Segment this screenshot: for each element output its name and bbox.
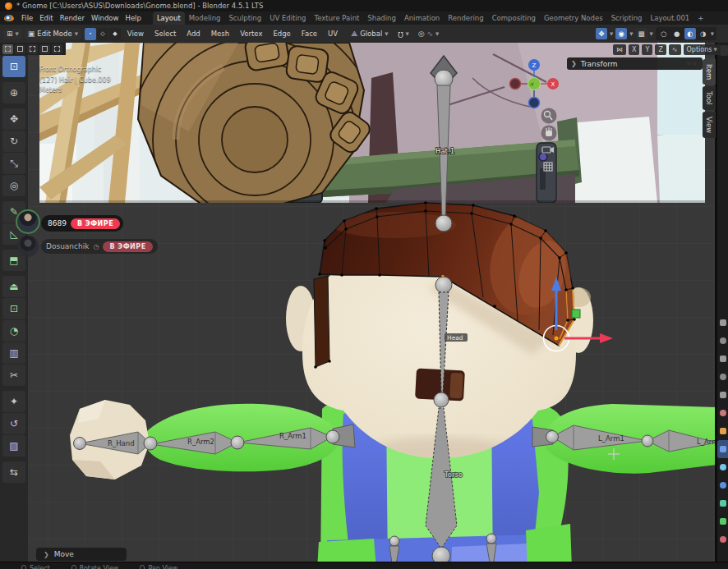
falloff-icon[interactable]: ∿ <box>669 44 681 55</box>
prop-tab-data[interactable] <box>717 512 728 530</box>
menu-window[interactable]: Window <box>88 14 122 22</box>
gizmo-toggle[interactable]: ✥ <box>596 28 607 39</box>
orientation-label: Global <box>360 30 382 38</box>
select-mode-extend-icon[interactable] <box>15 44 25 54</box>
prop-tab-constraints[interactable] <box>717 494 728 512</box>
prop-tab-particles[interactable] <box>717 458 728 476</box>
rotate-tool[interactable]: ↻ <box>2 131 25 152</box>
workspace-tab-compositing[interactable]: Compositing <box>488 11 540 25</box>
transform-tool[interactable]: ◎ <box>2 175 25 196</box>
menu-add[interactable]: Add <box>182 30 204 38</box>
menu-view[interactable]: View <box>123 30 148 38</box>
overlays-toggle[interactable]: ◉ <box>615 28 627 39</box>
prop-tab-render[interactable] <box>717 332 728 350</box>
extrude-tool[interactable]: ⏏ <box>2 276 25 297</box>
prop-tab-viewlayer[interactable] <box>717 368 728 386</box>
blender-menu-icon[interactable] <box>4 15 14 21</box>
menu-select[interactable]: Select <box>150 30 180 38</box>
prop-tab-world[interactable] <box>717 404 728 422</box>
workspace-tab-layout[interactable]: Layout <box>153 11 185 25</box>
svg-text:Z: Z <box>532 62 537 69</box>
operator-panel[interactable]: ❯ Move <box>36 548 127 561</box>
prop-tab-output[interactable] <box>717 350 728 368</box>
proportional-edit-button[interactable]: ◎∿▼ <box>415 29 443 39</box>
smooth-tool[interactable]: ▨ <box>2 435 25 457</box>
select-mode-subtract-icon[interactable] <box>27 44 38 54</box>
tool-settings-row <box>0 43 66 55</box>
prop-tab-physics[interactable] <box>717 476 728 494</box>
workspace-tab-modeling[interactable]: Modeling <box>185 11 225 25</box>
inset-faces-tool[interactable]: ⊡ <box>2 298 25 319</box>
move-tool[interactable]: ✥ <box>2 108 25 130</box>
cursor-tool[interactable]: ⊕ <box>2 82 25 103</box>
sidebar-tab-view[interactable]: View <box>703 112 716 138</box>
select-box-tool[interactable]: ⊡ <box>2 56 25 77</box>
workspace-tab-sculpting[interactable]: Sculpting <box>224 11 265 25</box>
window-title: * Gnome [C:\Users\ASUS\Downloads\Gnome.b… <box>16 2 263 10</box>
axis-x-toggle[interactable]: X <box>629 44 639 55</box>
xray-toggle[interactable]: ▩ <box>636 28 647 39</box>
sidebar-tab-tool[interactable]: Tool <box>703 86 716 110</box>
spin-tool[interactable]: ↺ <box>2 413 25 434</box>
menu-file[interactable]: File <box>18 14 36 22</box>
workspace-tab-scripting[interactable]: Scripting <box>607 11 647 25</box>
mode-dropdown[interactable]: ▣Edit Mode▼ <box>25 28 81 39</box>
workspace-add-button[interactable]: + <box>693 11 707 25</box>
prop-tab-modifiers[interactable] <box>717 440 728 458</box>
prop-tab-tool[interactable] <box>717 314 728 332</box>
axis-y-toggle[interactable]: Y <box>642 44 652 55</box>
select-mode-intersect-icon[interactable] <box>52 44 62 54</box>
editor-type-button[interactable]: ⊞▼ <box>3 29 22 39</box>
orientation-dropdown[interactable]: ⟁Global▼ <box>348 28 391 39</box>
snap-dropdown[interactable]: Ω▼ <box>394 29 412 39</box>
material-shading-button[interactable]: ◐ <box>684 28 696 39</box>
svg-text:L_Arm1: L_Arm1 <box>598 434 624 443</box>
menu-help[interactable]: Help <box>122 14 144 22</box>
live-badge-2: В ЭФИРЕ <box>103 241 152 252</box>
rendered-shading-button[interactable]: ◑ <box>698 28 709 39</box>
shading-buttons: ○ ● ◐ ◑ ▼ <box>656 27 716 40</box>
menu-edge[interactable]: Edge <box>269 30 294 38</box>
sidebar-tab-item[interactable]: Item <box>703 59 716 85</box>
menu-mesh[interactable]: Mesh <box>207 30 233 38</box>
workspace-tab-texturepaint[interactable]: Texture Paint <box>311 11 364 25</box>
svg-text:R_Arm1: R_Arm1 <box>279 432 306 440</box>
workspace-tab-animation[interactable]: Animation <box>400 11 444 25</box>
axis-z-toggle[interactable]: Z <box>655 44 666 55</box>
knife-tool[interactable]: ✂ <box>2 365 25 386</box>
workspace-tab-shading[interactable]: Shading <box>363 11 400 25</box>
transform-panel-header[interactable]: ❯ Transform ⁙⁙ <box>567 57 703 70</box>
units-label: Meters <box>39 85 111 96</box>
channel-status-row: Dosuanchik ◷ В ЭФИРЕ <box>41 239 158 254</box>
menu-face[interactable]: Face <box>297 30 321 38</box>
blender-logo-icon <box>5 2 12 10</box>
viewport-info: Front Orthographic (127) Hair | Cube.009… <box>39 65 111 96</box>
vertex-select-button[interactable]: ∙ <box>85 28 96 40</box>
poly-build-tool[interactable]: ✦ <box>2 391 25 412</box>
face-select-button[interactable]: ◆ <box>109 28 121 40</box>
menu-render[interactable]: Render <box>57 14 88 22</box>
edge-select-button[interactable]: ◇ <box>97 28 108 40</box>
bevel-tool[interactable]: ◔ <box>2 320 25 342</box>
edge-slide-tool[interactable]: ⇆ <box>2 461 25 483</box>
menu-edit[interactable]: Edit <box>36 14 56 22</box>
workspace-tab-layout001[interactable]: Layout.001 <box>646 11 693 25</box>
select-mode-new-icon[interactable] <box>2 44 13 54</box>
menu-uv[interactable]: UV <box>324 30 342 38</box>
select-mode-invert-icon[interactable] <box>39 44 50 54</box>
loop-cut-tool[interactable]: ▥ <box>2 342 25 364</box>
mirror-icon[interactable]: ⋈ <box>613 44 626 55</box>
prop-tab-scene[interactable] <box>717 386 728 404</box>
scale-tool[interactable]: ⤡ <box>2 153 25 174</box>
wireframe-shading-button[interactable]: ○ <box>658 28 670 39</box>
viewport-canvas[interactable]: Hat.1 Head Torso R_Hand R_Arm2 R_Arm1 L_… <box>0 43 728 569</box>
workspace-tab-rendering[interactable]: Rendering <box>444 11 487 25</box>
menu-vertex[interactable]: Vertex <box>236 30 266 38</box>
options-dropdown[interactable]: Options▼ <box>684 44 721 55</box>
workspace-tab-uvediting[interactable]: UV Editing <box>265 11 310 25</box>
prop-tab-object[interactable] <box>717 422 728 440</box>
svg-text:Hat.1: Hat.1 <box>435 147 454 155</box>
workspace-tab-geometrynodes[interactable]: Geometry Nodes <box>540 11 607 25</box>
solid-shading-button[interactable]: ● <box>671 28 683 39</box>
prop-tab-material[interactable] <box>717 530 728 548</box>
